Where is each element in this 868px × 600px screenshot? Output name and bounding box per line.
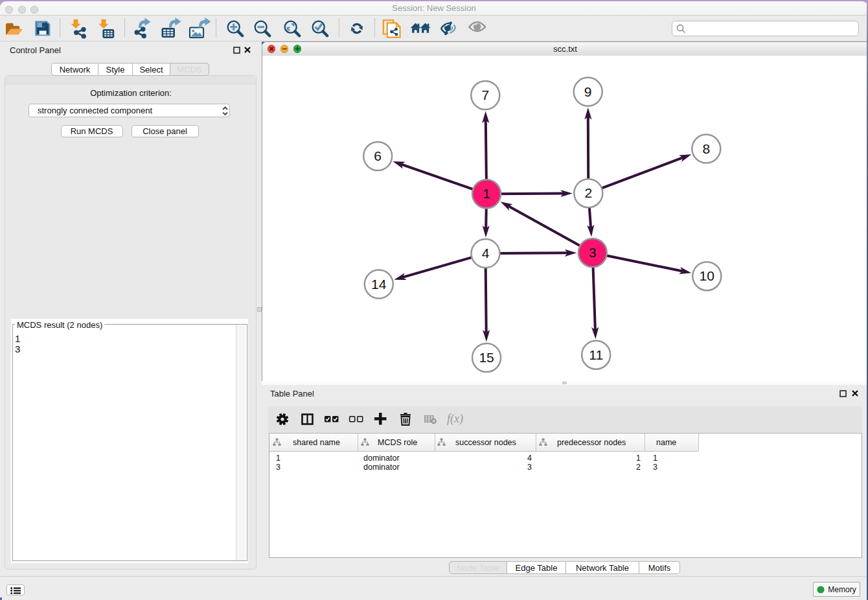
svg-text:9: 9 bbox=[584, 84, 592, 99]
svg-text:4: 4 bbox=[482, 246, 490, 260]
svg-text:11: 11 bbox=[589, 347, 603, 362]
svg-text:7: 7 bbox=[481, 87, 489, 102]
svg-text:1: 1 bbox=[483, 186, 490, 201]
svg-text:8: 8 bbox=[702, 141, 710, 156]
svg-text:3: 3 bbox=[589, 245, 597, 260]
svg-text:6: 6 bbox=[374, 148, 382, 163]
svg-text:2: 2 bbox=[584, 185, 592, 200]
svg-text:14: 14 bbox=[371, 277, 387, 292]
svg-text:15: 15 bbox=[479, 350, 494, 365]
svg-text:10: 10 bbox=[700, 268, 714, 283]
